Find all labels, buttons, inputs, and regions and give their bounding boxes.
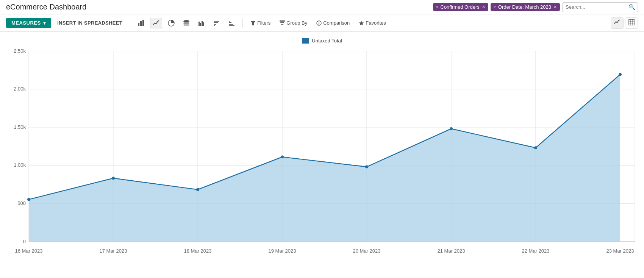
chart-legend: Untaxed Total <box>6 38 638 44</box>
filter-chip-close-1[interactable]: ✕ <box>482 5 485 9</box>
svg-text:22 Mar 2023: 22 Mar 2023 <box>522 248 550 254</box>
svg-rect-9 <box>202 21 203 26</box>
svg-text:1.00k: 1.00k <box>14 162 26 168</box>
svg-rect-21 <box>280 22 284 23</box>
chart-view-icon <box>614 19 620 25</box>
svg-marker-19 <box>250 21 256 25</box>
chart-type-sort-desc-button[interactable] <box>211 18 223 28</box>
search-input[interactable] <box>566 4 626 10</box>
svg-rect-10 <box>203 22 204 26</box>
svg-text:0: 0 <box>23 239 26 244</box>
favorites-label: Favorites <box>366 20 386 26</box>
chart-type-pie-button[interactable] <box>165 18 177 28</box>
toolbar: MEASURES ▾ INSERT IN SPREADSHEET Filters… <box>0 14 644 32</box>
svg-text:20 Mar 2023: 20 Mar 2023 <box>353 248 381 254</box>
svg-point-6 <box>183 20 189 22</box>
pie-chart-icon <box>168 20 175 27</box>
filter-icon <box>250 20 256 26</box>
data-point-7 <box>534 146 537 149</box>
svg-text:21 Mar 2023: 21 Mar 2023 <box>438 248 465 254</box>
data-point-4 <box>281 155 284 158</box>
chart-type-bar2-button[interactable] <box>195 18 208 28</box>
chart-container: Untaxed Total 0 <box>0 32 644 278</box>
svg-text:1.50k: 1.50k <box>14 124 26 130</box>
measures-button[interactable]: MEASURES ▾ <box>6 18 51 28</box>
bar2-icon <box>198 20 205 27</box>
chart-type-bar-button[interactable] <box>135 18 147 28</box>
data-point-8 <box>619 73 622 76</box>
svg-rect-0 <box>138 23 139 26</box>
chart-view-button[interactable] <box>611 17 624 29</box>
toolbar-divider-1 <box>130 19 130 28</box>
filter-chip-close-2[interactable]: ✕ <box>553 5 557 9</box>
svg-rect-2 <box>142 20 144 26</box>
groupby-icon <box>280 20 285 26</box>
filter-chip-label-2: Order Date: March 2023 <box>498 4 551 10</box>
chart-type-stack-button[interactable] <box>180 18 192 28</box>
measures-label: MEASURES <box>11 20 41 26</box>
svg-rect-8 <box>200 23 201 26</box>
svg-rect-26 <box>628 19 635 25</box>
chart-type-sort-asc-button[interactable] <box>226 18 238 28</box>
filter-chip-confirmed-orders[interactable]: ▿ Confirmed Orders ✕ <box>433 3 488 11</box>
svg-text:2.50k: 2.50k <box>14 48 26 54</box>
filter-icon-1: ▿ <box>436 5 438 9</box>
data-point-5 <box>365 166 368 169</box>
data-point-3 <box>196 188 199 191</box>
sort-desc-icon <box>213 20 220 27</box>
svg-rect-22 <box>281 24 283 25</box>
filter-icon-2: ▿ <box>494 5 496 9</box>
table-view-button[interactable] <box>625 17 638 29</box>
svg-rect-20 <box>280 20 285 22</box>
toolbar-divider-2 <box>242 19 243 28</box>
bar-chart-icon <box>138 20 144 27</box>
search-box[interactable]: 🔍 <box>562 2 638 12</box>
comparison-icon <box>316 20 322 26</box>
groupby-label: Group By <box>286 20 307 26</box>
data-point-6 <box>450 127 453 130</box>
filter-chip-order-date[interactable]: ▿ Order Date: March 2023 ✕ <box>491 3 560 11</box>
insert-spreadsheet-button[interactable]: INSERT IN SPREADSHEET <box>54 19 125 27</box>
svg-marker-25 <box>359 21 364 25</box>
measures-dropdown-icon: ▾ <box>43 20 46 26</box>
app-title: eCommerce Dashboard <box>6 3 86 11</box>
svg-text:2.00k: 2.00k <box>14 86 26 92</box>
sort-asc-icon <box>228 20 235 27</box>
svg-text:23 Mar 2023: 23 Mar 2023 <box>606 248 634 254</box>
main-chart-svg: 0 500 1.00k 1.50k 2.00k 2.50k 16 Mar 202… <box>6 47 638 275</box>
legend-color-box <box>302 38 309 44</box>
svg-text:19 Mar 2023: 19 Mar 2023 <box>269 248 296 254</box>
line-chart-icon <box>153 20 159 27</box>
table-view-icon <box>628 19 635 25</box>
groupby-button[interactable]: Group By <box>277 19 310 27</box>
svg-text:500: 500 <box>17 200 26 206</box>
filters-button[interactable]: Filters <box>247 19 274 27</box>
svg-text:16 Mar 2023: 16 Mar 2023 <box>15 248 43 254</box>
data-point-1 <box>27 198 30 201</box>
stack-icon <box>183 20 190 27</box>
chart-fill-area <box>29 75 620 242</box>
comparison-label: Comparison <box>323 20 350 26</box>
data-point-2 <box>112 177 115 180</box>
legend-label: Untaxed Total <box>312 38 342 44</box>
svg-text:17 Mar 2023: 17 Mar 2023 <box>100 248 127 254</box>
svg-rect-7 <box>199 22 200 26</box>
favorites-icon <box>359 20 364 26</box>
search-icon: 🔍 <box>628 4 636 11</box>
chart-type-line-button[interactable] <box>150 18 162 28</box>
comparison-button[interactable]: Comparison <box>313 19 353 27</box>
filter-bar: ▿ Confirmed Orders ✕ ▿ Order Date: March… <box>433 2 638 12</box>
filters-label: Filters <box>257 20 270 26</box>
chart-area: 0 500 1.00k 1.50k 2.00k 2.50k 16 Mar 202… <box>6 47 638 275</box>
toolbar-view-buttons <box>611 17 638 29</box>
header: eCommerce Dashboard ▿ Confirmed Orders ✕… <box>0 0 644 14</box>
favorites-button[interactable]: Favorites <box>356 19 389 27</box>
svg-rect-1 <box>140 21 142 26</box>
filter-chip-label-1: Confirmed Orders <box>441 4 480 10</box>
svg-text:18 Mar 2023: 18 Mar 2023 <box>184 248 212 254</box>
